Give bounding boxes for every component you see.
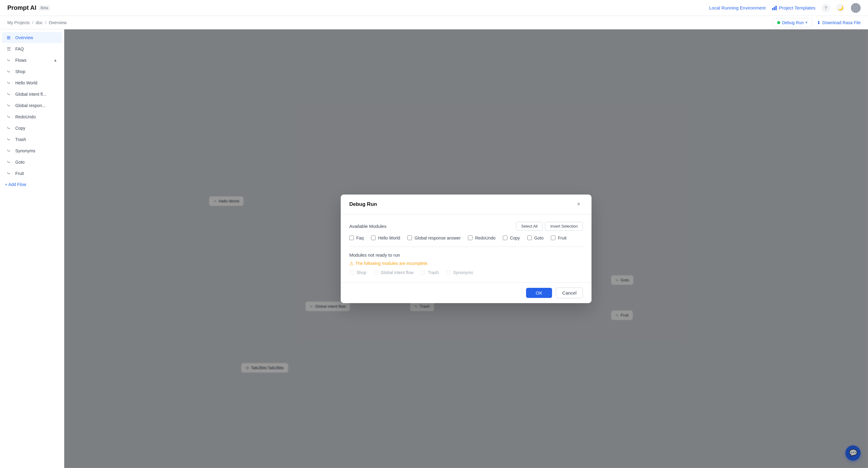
flow-icon-fruit: ⤷: [7, 171, 12, 176]
topnav-right: Local Running Environment Project Templa…: [709, 3, 861, 13]
add-flow-button[interactable]: + Add Flow: [0, 179, 64, 190]
incomplete-synonyms-checkbox: [446, 270, 451, 275]
header-actions: Debug Run ▾ ⬇ Download Rasa File: [773, 18, 861, 27]
module-global-response-checkbox[interactable]: [407, 236, 412, 240]
available-modules-grid: Faq Hello World Global response answer: [349, 236, 583, 241]
section-divider: [349, 247, 583, 247]
module-faq[interactable]: Faq: [349, 236, 364, 241]
breadcrumb-bar: My Projects / doc / Overview Debug Run ▾…: [0, 16, 868, 29]
flow-icon-hello-world: ⤷: [7, 80, 12, 86]
topnav: Prompt AI Beta Local Running Environment…: [0, 0, 868, 16]
module-fruit-checkbox[interactable]: [551, 236, 555, 240]
sidebar-item-copy[interactable]: ⤷ Copy: [2, 123, 62, 134]
user-avatar[interactable]: [851, 3, 861, 13]
incomplete-shop: Shop: [349, 270, 366, 275]
sidebar-item-global-response[interactable]: ⤷ Global respon...: [2, 100, 62, 111]
app-title: Prompt AI: [7, 4, 36, 11]
svg-rect-1: [774, 7, 775, 10]
warning-icon: ⚠: [349, 260, 353, 267]
flows-icon: ⤷: [7, 58, 12, 63]
sidebar-item-synonyms[interactable]: ⤷ Synonyms: [2, 145, 62, 156]
modal-header: Debug Run ×: [341, 194, 591, 214]
home-icon: ⊞: [7, 35, 12, 40]
main-layout: ⊞ Overview ☰ FAQ ⤷ Flows ▲ ⤷ Shop ⤷ Hell…: [0, 29, 868, 468]
module-faq-checkbox[interactable]: [349, 236, 354, 240]
modal-body: Available Modules Select All Invert Sele…: [341, 214, 591, 282]
project-templates-link[interactable]: Project Templates: [772, 5, 815, 11]
content-area: ⤷ Hello World ⤷ Global response answer ⤷…: [64, 29, 868, 468]
svg-rect-0: [772, 8, 774, 10]
modal-overlay: Debug Run × Available Modules Select All…: [64, 29, 868, 468]
sidebar-item-shop[interactable]: ⤷ Shop: [2, 66, 62, 77]
chevron-up-icon: ▲: [54, 58, 57, 62]
chart-icon: [772, 5, 777, 11]
module-actions: Select All Invert Selection: [516, 222, 583, 231]
incomplete-shop-checkbox: [349, 270, 354, 275]
sidebar-item-fruit[interactable]: ⤷ Fruit: [2, 168, 62, 179]
app-beta-badge: Beta: [39, 5, 50, 11]
module-fruit[interactable]: Fruit: [551, 236, 566, 241]
modal-footer: OK Cancel: [341, 282, 591, 303]
flow-icon-copy: ⤷: [7, 125, 12, 131]
sidebar-item-overview[interactable]: ⊞ Overview: [2, 32, 62, 43]
modal-close-button[interactable]: ×: [575, 200, 583, 209]
module-hello-world[interactable]: Hello World: [371, 236, 400, 241]
debug-run-button[interactable]: Debug Run ▾: [773, 18, 812, 27]
select-all-button[interactable]: Select All: [516, 222, 542, 231]
flow-icon-goto: ⤷: [7, 159, 12, 165]
sidebar-item-goto[interactable]: ⤷ Goto: [2, 157, 62, 167]
module-redoundo-checkbox[interactable]: [468, 236, 472, 240]
flow-icon-global-response: ⤷: [7, 103, 12, 108]
cancel-button[interactable]: Cancel: [556, 287, 583, 298]
module-goto[interactable]: Goto: [527, 236, 544, 241]
chevron-down-icon: ▾: [806, 21, 807, 25]
invert-selection-button[interactable]: Invert Selection: [545, 222, 583, 231]
breadcrumb-doc[interactable]: doc: [36, 20, 43, 25]
breadcrumb-my-projects[interactable]: My Projects: [7, 20, 30, 25]
incomplete-modules-list: Shop Global intent flow Trash Synon: [349, 270, 583, 275]
sidebar: ⊞ Overview ☰ FAQ ⤷ Flows ▲ ⤷ Shop ⤷ Hell…: [0, 29, 64, 468]
ok-button[interactable]: OK: [526, 288, 552, 298]
sidebar-item-faq[interactable]: ☰ FAQ: [2, 43, 62, 55]
module-hello-world-checkbox[interactable]: [371, 236, 376, 240]
topnav-left: Prompt AI Beta: [7, 4, 50, 11]
incomplete-global-intent-checkbox: [374, 270, 378, 275]
breadcrumb: My Projects / doc / Overview: [7, 20, 67, 25]
local-env-link[interactable]: Local Running Environment: [709, 5, 766, 10]
sidebar-item-trash[interactable]: ⤷ Trash: [2, 134, 62, 145]
module-goto-checkbox[interactable]: [527, 236, 532, 240]
sidebar-item-global-intent[interactable]: ⤷ Global intent fl...: [2, 89, 62, 100]
incomplete-trash-checkbox: [421, 270, 426, 275]
flow-icon-trash: ⤷: [7, 137, 12, 142]
not-ready-title: Modules not ready to run: [349, 252, 583, 257]
faq-icon: ☰: [7, 46, 12, 52]
flow-icon-global-intent: ⤷: [7, 91, 12, 97]
download-rasa-button[interactable]: ⬇ Download Rasa File: [817, 20, 861, 25]
sidebar-item-redoundo[interactable]: ⤷ RedoUndo: [2, 111, 62, 122]
help-button[interactable]: ?: [822, 4, 830, 12]
download-icon: ⬇: [817, 20, 820, 25]
breadcrumb-sep1: /: [32, 20, 33, 25]
debug-status-dot: [777, 21, 780, 24]
flow-icon-redoundo: ⤷: [7, 114, 12, 120]
incomplete-trash: Trash: [421, 270, 439, 275]
debug-run-modal: Debug Run × Available Modules Select All…: [341, 194, 591, 303]
flow-icon-synonyms: ⤷: [7, 148, 12, 154]
module-copy[interactable]: Copy: [503, 236, 520, 241]
sidebar-item-hello-world[interactable]: ⤷ Hello World: [2, 77, 62, 88]
module-global-response[interactable]: Global response answer: [407, 236, 461, 241]
breadcrumb-current: Overview: [49, 20, 66, 25]
dark-mode-button[interactable]: 🌙: [836, 4, 845, 12]
warning-message: ⚠ The following modules are incomplete.: [349, 260, 583, 267]
sidebar-flows-header[interactable]: ⤷ Flows ▲: [2, 55, 62, 66]
module-copy-checkbox[interactable]: [503, 236, 507, 240]
available-modules-title: Available Modules: [349, 224, 386, 229]
incomplete-global-intent: Global intent flow: [374, 270, 413, 275]
available-modules-header: Available Modules Select All Invert Sele…: [349, 222, 583, 231]
flow-icon-shop: ⤷: [7, 69, 12, 74]
module-redoundo[interactable]: RedoUndo: [468, 236, 495, 241]
svg-rect-2: [776, 5, 777, 10]
breadcrumb-sep2: /: [45, 20, 46, 25]
moon-icon: 🌙: [838, 5, 843, 11]
incomplete-synonyms: Synonyms: [446, 270, 473, 275]
